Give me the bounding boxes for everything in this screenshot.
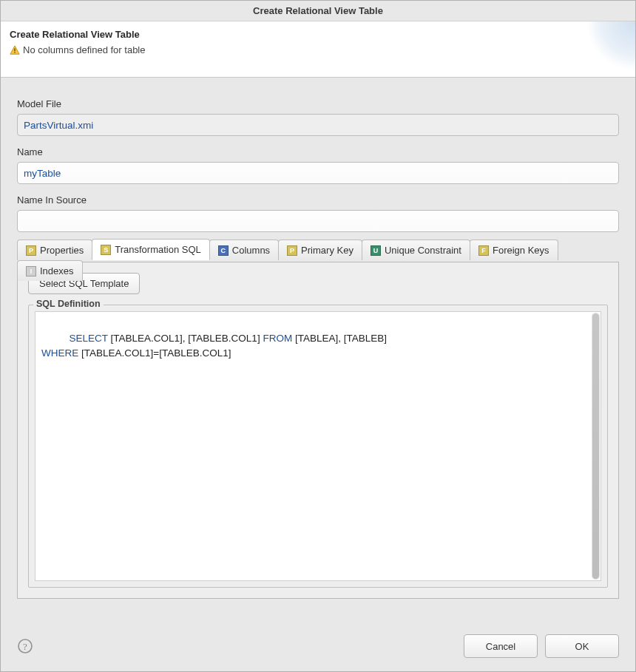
model-file-label: Model File bbox=[17, 98, 619, 109]
transformation-sql-icon: S bbox=[101, 245, 111, 255]
tab-properties-label: Properties bbox=[40, 245, 84, 256]
unique-constraint-icon: U bbox=[371, 245, 381, 256]
sql-text: [TABLEA.COL1]=[TABLEB.COL1] bbox=[78, 347, 231, 359]
tab-properties[interactable]: P Properties bbox=[17, 240, 92, 260]
tab-columns-label: Columns bbox=[232, 245, 270, 256]
help-icon[interactable]: ? bbox=[17, 638, 33, 654]
columns-icon: C bbox=[218, 245, 229, 256]
tab-primary-key[interactable]: P Primary Key bbox=[278, 240, 362, 260]
footer-bar: ? Cancel OK bbox=[1, 624, 635, 671]
form-area: Model File Name Name In Source bbox=[1, 78, 635, 238]
model-file-field bbox=[17, 114, 619, 136]
ok-button[interactable]: OK bbox=[545, 634, 619, 658]
name-in-source-field[interactable] bbox=[17, 210, 619, 232]
sql-definition-fieldset: SQL Definition SELECT [TABLEA.COL1], [TA… bbox=[28, 305, 608, 588]
tab-unique-constraint[interactable]: U Unique Constraint bbox=[362, 240, 470, 260]
tab-body-transformation-sql: Select SQL Template SQL Definition SELEC… bbox=[17, 262, 619, 599]
name-label: Name bbox=[17, 146, 619, 157]
sql-keyword: FROM bbox=[263, 333, 292, 344]
sql-editor[interactable]: SELECT [TABLEA.COL1], [TABLEB.COL1] FROM… bbox=[35, 311, 601, 581]
tab-transformation-sql-label: Transformation SQL bbox=[115, 244, 201, 255]
sql-keyword: WHERE bbox=[41, 347, 78, 359]
sql-text: [TABLEA], [TABLEB] bbox=[292, 333, 387, 344]
tab-primary-key-label: Primary Key bbox=[301, 245, 353, 256]
tabs-container: P Properties S Transformation SQL C Colu… bbox=[1, 238, 635, 599]
sql-keyword: SELECT bbox=[70, 333, 108, 344]
sql-text: [TABLEA.COL1], [TABLEB.COL1] bbox=[108, 333, 263, 344]
foreign-keys-icon: F bbox=[478, 245, 489, 256]
dialog-window: Create Relational View Table Create Rela… bbox=[0, 0, 636, 672]
tab-columns[interactable]: C Columns bbox=[209, 240, 279, 260]
tab-transformation-sql[interactable]: S Transformation SQL bbox=[92, 239, 210, 260]
banner-heading: Create Relational View Table bbox=[10, 29, 626, 40]
warning-icon bbox=[10, 45, 20, 55]
tab-bar: P Properties S Transformation SQL C Colu… bbox=[17, 238, 619, 262]
banner-message-row: No columns defined for table bbox=[10, 44, 626, 55]
cancel-button[interactable]: Cancel bbox=[464, 634, 538, 658]
banner: Create Relational View Table No columns … bbox=[1, 21, 635, 78]
primary-key-icon: P bbox=[287, 245, 297, 256]
name-in-source-label: Name In Source bbox=[17, 194, 619, 206]
properties-icon: P bbox=[26, 245, 36, 256]
window-titlebar: Create Relational View Table bbox=[1, 1, 635, 21]
window-title: Create Relational View Table bbox=[253, 5, 383, 16]
indexes-icon: I bbox=[26, 266, 36, 276]
banner-message: No columns defined for table bbox=[23, 44, 145, 55]
name-field[interactable] bbox=[17, 162, 619, 184]
tab-unique-constraint-label: Unique Constraint bbox=[385, 245, 461, 256]
tab-foreign-keys-label: Foreign Keys bbox=[493, 245, 549, 256]
sql-definition-legend: SQL Definition bbox=[33, 299, 104, 309]
svg-text:?: ? bbox=[23, 641, 27, 652]
svg-rect-1 bbox=[14, 48, 15, 51]
tab-foreign-keys[interactable]: F Foreign Keys bbox=[470, 240, 558, 260]
svg-rect-2 bbox=[14, 52, 15, 52]
sql-scrollbar[interactable] bbox=[592, 313, 600, 580]
tab-indexes-label: Indexes bbox=[40, 265, 74, 276]
tab-indexes[interactable]: I Indexes bbox=[17, 260, 83, 281]
